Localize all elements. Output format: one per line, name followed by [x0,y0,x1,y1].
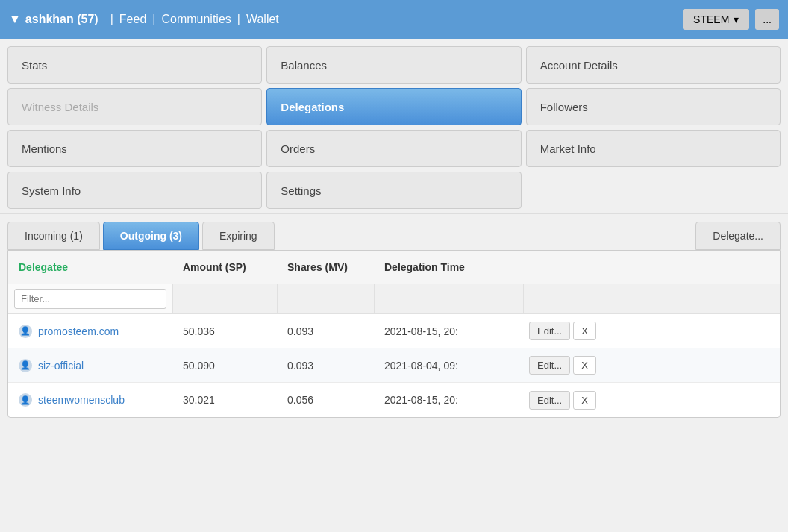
filter-cell-actions [523,284,780,313]
shares-cell: 0.093 [277,354,374,378]
tab-empty [526,172,781,209]
tab-followers[interactable]: Followers [526,88,781,125]
edit-button[interactable]: Edit... [529,391,570,410]
tab-account-details[interactable]: Account Details [526,46,781,84]
col-delegation-time: Delegation Time [374,257,523,278]
user-icon: 👤 [19,359,32,372]
sub-tabs: Incoming (1) Outgoing (3) Expiring Deleg… [0,214,788,250]
table-row: 👤 steemwomensclub 30.021 0.056 2021-08-1… [8,383,780,417]
col-amount: Amount (SP) [172,257,277,278]
amount-cell: 50.090 [172,354,277,378]
sep3: | [237,13,240,26]
user-icon: 👤 [19,325,32,338]
delegatee-name[interactable]: siz-official [38,360,84,372]
tab-market-info[interactable]: Market Info [526,130,781,167]
tab-grid: Stats Balances Account Details Witness D… [0,39,788,214]
col-shares: Shares (MV) [277,257,374,278]
wallet-link[interactable]: Wallet [246,13,279,26]
user-icon: 👤 [19,393,32,407]
sep2: | [152,13,155,26]
feed-link[interactable]: Feed [119,13,146,26]
remove-button[interactable]: X [573,322,596,340]
table-header: Delegatee Amount (SP) Shares (MV) Delega… [8,251,780,284]
amount-cell: 30.021 [172,388,277,412]
edit-button[interactable]: Edit... [529,356,570,375]
filter-row [8,284,780,314]
sep1: | [110,13,113,26]
tab-stats[interactable]: Stats [7,46,262,84]
tab-balances[interactable]: Balances [266,46,521,84]
time-cell: 2021-08-15, 20: [374,388,523,412]
actions-cell: Edit... X [523,388,598,413]
sub-tab-delegate[interactable]: Delegate... [695,222,781,250]
tab-settings[interactable]: Settings [266,172,521,209]
table-row: 👤 siz-official 50.090 0.093 2021-08-04, … [8,348,780,383]
delegatee-cell[interactable]: 👤 promosteem.com [8,319,172,344]
shares-cell: 0.093 [277,319,374,343]
tab-orders[interactable]: Orders [266,130,521,167]
amount-cell: 50.036 [172,319,277,343]
tab-witness-details: Witness Details [7,88,262,125]
remove-button[interactable]: X [573,391,596,410]
communities-link[interactable]: Communities [161,13,231,26]
username-label: ashkhan (57) [25,13,98,26]
filter-cell-time [374,284,523,313]
delegatee-cell[interactable]: 👤 steemwomensclub [8,387,172,413]
col-delegatee: Delegatee [8,257,172,278]
actions-cell: Edit... X [523,319,598,343]
sub-tab-outgoing[interactable]: Outgoing (3) [103,222,199,250]
filter-cell-amount [172,284,277,313]
remove-button[interactable]: X [573,356,596,375]
time-cell: 2021-08-15, 20: [374,319,523,343]
delegatee-name[interactable]: promosteem.com [38,325,119,337]
time-cell: 2021-08-04, 09: [374,354,523,378]
edit-button[interactable]: Edit... [529,322,570,340]
table-row: 👤 promosteem.com 50.036 0.093 2021-08-15… [8,314,780,348]
delegation-table: Delegatee Amount (SP) Shares (MV) Delega… [7,250,781,418]
delegatee-name[interactable]: steemwomensclub [38,394,125,406]
tab-delegations[interactable]: Delegations [266,88,521,125]
filter-cell-shares [277,284,374,313]
col-actions [523,257,780,278]
steem-button[interactable]: STEEM ▾ [683,9,749,30]
more-button[interactable]: ... [755,9,779,30]
delegatee-cell[interactable]: 👤 siz-official [8,353,172,378]
shares-cell: 0.056 [277,388,374,412]
sub-tab-expiring[interactable]: Expiring [202,222,275,250]
sub-tab-incoming[interactable]: Incoming (1) [7,222,100,250]
tab-system-info[interactable]: System Info [7,172,262,209]
dropdown-icon[interactable]: ▼ [9,13,21,26]
header: ▼ ashkhan (57) | Feed | Communities | Wa… [0,0,788,39]
filter-input[interactable] [14,289,166,309]
actions-cell: Edit... X [523,353,598,378]
tab-mentions[interactable]: Mentions [7,130,262,167]
